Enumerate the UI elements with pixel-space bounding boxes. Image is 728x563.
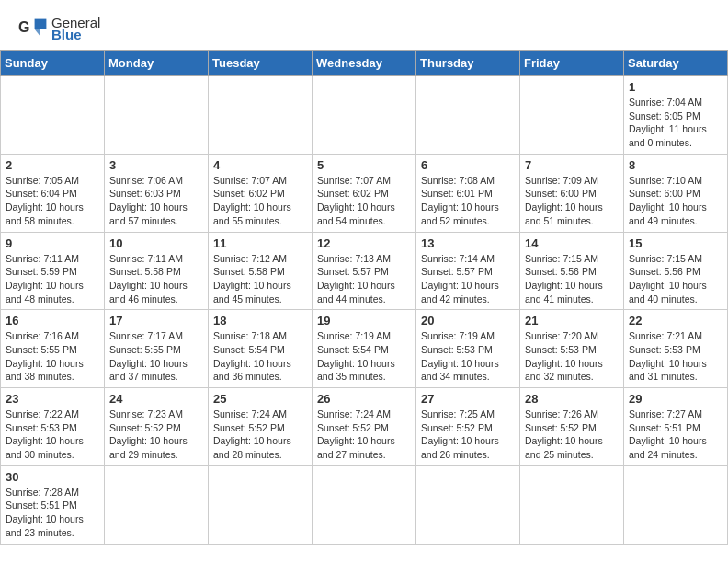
calendar-cell — [624, 465, 728, 544]
calendar-cell: 29Sunrise: 7:27 AMSunset: 5:51 PMDayligh… — [624, 388, 728, 466]
day-info: Sunrise: 7:25 AMSunset: 5:52 PMDaylight:… — [421, 408, 515, 462]
day-info: Sunrise: 7:27 AMSunset: 5:51 PMDaylight:… — [629, 408, 722, 462]
day-number: 25 — [213, 392, 307, 406]
calendar-cell: 27Sunrise: 7:25 AMSunset: 5:52 PMDayligh… — [416, 388, 520, 466]
day-info: Sunrise: 7:19 AMSunset: 5:54 PMDaylight:… — [317, 329, 411, 384]
calendar-cell — [416, 465, 520, 544]
day-info: Sunrise: 7:19 AMSunset: 5:53 PMDaylight:… — [421, 329, 515, 384]
calendar-row-5: 30Sunrise: 7:28 AMSunset: 5:51 PMDayligh… — [1, 465, 728, 544]
calendar-cell: 9Sunrise: 7:11 AMSunset: 5:59 PMDaylight… — [1, 232, 105, 310]
day-number: 29 — [629, 392, 722, 406]
day-info: Sunrise: 7:17 AMSunset: 5:55 PMDaylight:… — [109, 329, 203, 384]
calendar-cell — [313, 465, 416, 544]
svg-text:G: G — [18, 19, 29, 35]
calendar-cell — [520, 465, 624, 544]
weekday-monday: Monday — [105, 51, 209, 76]
day-info: Sunrise: 7:12 AMSunset: 5:58 PMDaylight:… — [213, 252, 307, 306]
calendar-cell: 7Sunrise: 7:09 AMSunset: 6:00 PMDaylight… — [520, 154, 624, 232]
calendar-cell: 26Sunrise: 7:24 AMSunset: 5:52 PMDayligh… — [313, 388, 416, 466]
day-number: 19 — [317, 314, 411, 327]
page-header: G General Blue — [0, 0, 728, 50]
day-info: Sunrise: 7:21 AMSunset: 5:53 PMDaylight:… — [629, 329, 722, 384]
day-number: 16 — [6, 314, 99, 327]
calendar-cell: 23Sunrise: 7:22 AMSunset: 5:53 PMDayligh… — [1, 388, 105, 466]
day-number: 23 — [6, 392, 99, 406]
day-number: 1 — [629, 80, 722, 94]
day-info: Sunrise: 7:20 AMSunset: 5:53 PMDaylight:… — [525, 329, 619, 384]
day-info: Sunrise: 7:06 AMSunset: 6:03 PMDaylight:… — [109, 174, 203, 228]
day-number: 6 — [421, 158, 515, 172]
calendar-cell: 1Sunrise: 7:04 AMSunset: 6:05 PMDaylight… — [624, 76, 728, 155]
day-number: 13 — [421, 236, 515, 250]
day-number: 28 — [525, 392, 619, 406]
calendar-row-3: 16Sunrise: 7:16 AMSunset: 5:55 PMDayligh… — [1, 310, 728, 388]
calendar-cell: 10Sunrise: 7:11 AMSunset: 5:58 PMDayligh… — [105, 232, 209, 310]
svg-marker-1 — [35, 19, 47, 29]
day-number: 17 — [109, 314, 203, 327]
calendar-cell: 13Sunrise: 7:14 AMSunset: 5:57 PMDayligh… — [416, 232, 520, 310]
calendar-cell: 28Sunrise: 7:26 AMSunset: 5:52 PMDayligh… — [520, 388, 624, 466]
calendar-cell: 3Sunrise: 7:06 AMSunset: 6:03 PMDaylight… — [105, 154, 209, 232]
day-info: Sunrise: 7:10 AMSunset: 6:00 PMDaylight:… — [629, 174, 722, 228]
calendar-cell: 2Sunrise: 7:05 AMSunset: 6:04 PMDaylight… — [1, 154, 105, 232]
calendar-cell: 12Sunrise: 7:13 AMSunset: 5:57 PMDayligh… — [313, 232, 416, 310]
day-info: Sunrise: 7:24 AMSunset: 5:52 PMDaylight:… — [213, 408, 307, 462]
calendar-cell — [416, 76, 520, 155]
day-number: 12 — [317, 236, 411, 250]
calendar-cell: 18Sunrise: 7:18 AMSunset: 5:54 PMDayligh… — [209, 310, 313, 388]
day-number: 22 — [629, 314, 722, 327]
day-info: Sunrise: 7:22 AMSunset: 5:53 PMDaylight:… — [6, 408, 99, 462]
calendar-row-2: 9Sunrise: 7:11 AMSunset: 5:59 PMDaylight… — [1, 232, 728, 310]
calendar: SundayMondayTuesdayWednesdayThursdayFrid… — [0, 50, 728, 545]
calendar-cell — [209, 465, 313, 544]
day-info: Sunrise: 7:11 AMSunset: 5:58 PMDaylight:… — [109, 252, 203, 306]
calendar-cell — [1, 76, 105, 155]
day-number: 4 — [213, 158, 307, 172]
day-info: Sunrise: 7:28 AMSunset: 5:51 PMDaylight:… — [6, 486, 99, 540]
day-info: Sunrise: 7:18 AMSunset: 5:54 PMDaylight:… — [213, 329, 307, 384]
calendar-cell: 15Sunrise: 7:15 AMSunset: 5:56 PMDayligh… — [624, 232, 728, 310]
weekday-header-row: SundayMondayTuesdayWednesdayThursdayFrid… — [1, 51, 728, 76]
day-info: Sunrise: 7:07 AMSunset: 6:02 PMDaylight:… — [213, 174, 307, 228]
day-number: 2 — [6, 158, 99, 172]
day-number: 30 — [6, 470, 99, 484]
day-number: 8 — [629, 158, 722, 172]
weekday-saturday: Saturday — [624, 51, 728, 76]
calendar-cell — [313, 76, 416, 155]
day-info: Sunrise: 7:23 AMSunset: 5:52 PMDaylight:… — [109, 408, 203, 462]
day-info: Sunrise: 7:16 AMSunset: 5:55 PMDaylight:… — [6, 329, 99, 384]
day-number: 15 — [629, 236, 722, 250]
day-number: 21 — [525, 314, 619, 327]
calendar-cell: 30Sunrise: 7:28 AMSunset: 5:51 PMDayligh… — [1, 465, 105, 544]
day-info: Sunrise: 7:05 AMSunset: 6:04 PMDaylight:… — [6, 174, 99, 228]
day-info: Sunrise: 7:13 AMSunset: 5:57 PMDaylight:… — [317, 252, 411, 306]
day-number: 9 — [6, 236, 99, 250]
calendar-cell — [105, 465, 209, 544]
day-info: Sunrise: 7:09 AMSunset: 6:00 PMDaylight:… — [525, 174, 619, 228]
calendar-cell — [520, 76, 624, 155]
calendar-cell: 14Sunrise: 7:15 AMSunset: 5:56 PMDayligh… — [520, 232, 624, 310]
day-info: Sunrise: 7:24 AMSunset: 5:52 PMDaylight:… — [317, 408, 411, 462]
calendar-cell: 19Sunrise: 7:19 AMSunset: 5:54 PMDayligh… — [313, 310, 416, 388]
day-number: 27 — [421, 392, 515, 406]
calendar-cell — [105, 76, 209, 155]
day-number: 3 — [109, 158, 203, 172]
calendar-cell: 6Sunrise: 7:08 AMSunset: 6:01 PMDaylight… — [416, 154, 520, 232]
day-number: 26 — [317, 392, 411, 406]
calendar-row-0: 1Sunrise: 7:04 AMSunset: 6:05 PMDaylight… — [1, 76, 728, 155]
day-info: Sunrise: 7:15 AMSunset: 5:56 PMDaylight:… — [525, 252, 619, 306]
calendar-cell: 16Sunrise: 7:16 AMSunset: 5:55 PMDayligh… — [1, 310, 105, 388]
logo: G General Blue — [18, 15, 100, 42]
calendar-cell: 24Sunrise: 7:23 AMSunset: 5:52 PMDayligh… — [105, 388, 209, 466]
day-info: Sunrise: 7:26 AMSunset: 5:52 PMDaylight:… — [525, 408, 619, 462]
calendar-cell: 20Sunrise: 7:19 AMSunset: 5:53 PMDayligh… — [416, 310, 520, 388]
day-info: Sunrise: 7:14 AMSunset: 5:57 PMDaylight:… — [421, 252, 515, 306]
day-number: 5 — [317, 158, 411, 172]
weekday-thursday: Thursday — [416, 51, 520, 76]
weekday-wednesday: Wednesday — [313, 51, 416, 76]
calendar-cell: 22Sunrise: 7:21 AMSunset: 5:53 PMDayligh… — [624, 310, 728, 388]
day-info: Sunrise: 7:08 AMSunset: 6:01 PMDaylight:… — [421, 174, 515, 228]
day-number: 20 — [421, 314, 515, 327]
calendar-cell: 21Sunrise: 7:20 AMSunset: 5:53 PMDayligh… — [520, 310, 624, 388]
calendar-cell — [209, 76, 313, 155]
